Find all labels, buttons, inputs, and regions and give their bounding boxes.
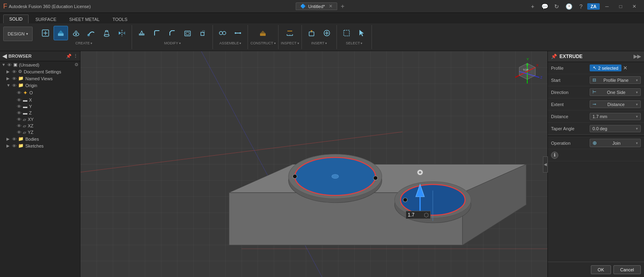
close-btn[interactable]: ✕ [628,0,641,12]
design-button[interactable]: DESIGN ▾ [3,27,33,41]
distance-input-field[interactable] [408,212,424,218]
measure-btn[interactable] [283,26,297,40]
sync-icon-btn[interactable]: ↻ [551,1,562,12]
help-icon-btn[interactable]: ? [575,1,586,12]
eye-x[interactable]: 👁 [17,98,21,102]
assemble-label[interactable]: ASSEMBLE ▾ [219,41,242,45]
tab-close-icon[interactable]: ✕ [329,4,332,9]
profile-selected-badge[interactable]: ↖ 2 selected [590,65,621,71]
create-label[interactable]: CREATE ▾ [75,41,92,45]
browser-item-x[interactable]: ▶ 👁 ▬ X [0,97,80,103]
taper-value-field[interactable]: 0.0 deg ▾ [590,125,641,132]
eye-root[interactable]: 👁 [7,62,12,67]
operation-dropdown[interactable]: ⊕ Join ▾ [590,139,641,147]
panel-expand-icon[interactable]: ▶▶ [634,54,641,59]
assemble-btn1[interactable] [215,26,230,40]
maximize-btn[interactable]: □ [614,0,627,12]
inspect-label[interactable]: INSPECT ▾ [281,41,299,45]
browser-item-origin[interactable]: ▼ 👁 📁 Origin [0,82,80,89]
tab-solid[interactable]: SOLID [3,15,29,23]
browser-collapse-icon[interactable]: ◀ [2,53,7,59]
mirror-btn[interactable] [115,26,129,40]
eye-xz[interactable]: 👁 [17,123,21,128]
eye-bodies[interactable]: 👁 [12,137,17,142]
modify-label[interactable]: MODIFY ▾ [164,41,181,45]
tab-surface[interactable]: SURFACE [29,15,62,23]
extent-value[interactable]: ⊸ Distance ▾ [590,100,641,108]
eye-origin[interactable]: 👁 [12,83,17,88]
panel-collapse-btn[interactable]: ◀ [543,156,548,173]
browser-item-xz[interactable]: ▶ 👁 ▱ XZ [0,123,80,129]
construct-btn1[interactable] [256,26,270,40]
press-pull-btn[interactable] [134,26,149,40]
browser-item-sketches[interactable]: ▶ 👁 📁 Sketches [0,142,80,149]
browser-expand-icon[interactable]: ⋮ [73,54,78,59]
start-value[interactable]: ⊟ Profile Plane ▾ [590,76,641,84]
tab-sheetmetal[interactable]: SHEET METAL [63,15,105,23]
shell-btn[interactable] [180,26,195,40]
user-badge[interactable]: ZA [587,3,600,10]
eye-doc-settings[interactable]: 👁 [12,69,17,74]
browser-item-yz[interactable]: ▶ 👁 ▱ YZ [0,129,80,135]
direction-dropdown[interactable]: ⊢ One Side ▾ [590,88,641,96]
select-label[interactable]: SELECT ▾ [346,41,362,45]
distance-dropdown[interactable]: 1.7 mm ▾ [590,113,641,120]
eye-yz[interactable]: 👁 [17,130,21,135]
loft-btn[interactable] [99,26,114,40]
profile-value[interactable]: ↖ 2 selected ✕ [590,65,641,71]
eye-sketches[interactable]: 👁 [12,144,17,148]
browser-item-y[interactable]: ▶ 👁 ▬ Y [0,103,80,110]
browser-item-xy[interactable]: ▶ 👁 ▱ XY [0,116,80,123]
minimize-btn[interactable]: ─ [601,0,613,12]
insert-btn2[interactable] [320,26,334,40]
chat-icon-btn[interactable]: 💬 [539,1,550,12]
chamfer-btn[interactable] [165,26,180,40]
profile-clear-btn[interactable]: ✕ [623,65,627,71]
eye-o[interactable]: 👁 [17,90,21,95]
eye-y[interactable]: 👁 [17,104,21,109]
eye-z[interactable]: 👁 [17,110,21,115]
assemble-btn2[interactable] [231,26,245,40]
viewcube[interactable]: Y X Z TOP [511,55,543,87]
new-tab-btn[interactable]: + [337,1,348,12]
revolve-btn[interactable] [69,26,83,40]
fillet-btn[interactable] [150,26,164,40]
extrude-btn[interactable] [54,26,68,40]
browser-item-root[interactable]: ▼ 👁 ▣ (Unsaved) ⚙ [0,61,80,68]
start-dropdown[interactable]: ⊟ Profile Plane ▾ [590,76,641,84]
add-icon-btn[interactable]: + [527,1,538,12]
active-tab[interactable]: 🔷 Untitled* ✕ [296,2,337,10]
distance-value-field[interactable]: 1.7 mm ▾ [590,113,641,120]
design-chevron: ▾ [26,32,28,36]
browser-item-bodies[interactable]: ▶ 👁 📁 Bodies [0,135,80,142]
browser-pin-icon[interactable]: 📌 [66,54,72,59]
select-btn1[interactable] [339,26,354,40]
construct-label[interactable]: CONSTRUCT ▾ [250,41,276,45]
panel-pin-icon[interactable]: 📌 [551,54,557,59]
direction-value[interactable]: ⊢ One Side ▾ [590,88,641,96]
distance-input-overlay[interactable]: ⬡ [406,211,431,219]
browser-item-named-views[interactable]: ▶ 👁 📁 Named Views [0,75,80,82]
assemble-arrow: ▾ [239,42,241,45]
new-component-btn[interactable] [38,26,53,40]
taper-dropdown[interactable]: 0.0 deg ▾ [590,125,641,132]
insert-label[interactable]: INSERT ▾ [311,41,327,45]
clock-icon-btn[interactable]: 🕐 [563,1,574,12]
browser-item-o[interactable]: ▶ 👁 ✦ O [0,89,80,97]
ok-button[interactable]: OK [591,265,611,274]
info-button[interactable]: ℹ [551,152,558,159]
operation-value[interactable]: ⊕ Join ▾ [590,139,641,147]
settings-icon[interactable]: ⚙ [74,62,78,67]
browser-item-z[interactable]: ▶ 👁 ▬ Z [0,110,80,116]
cancel-button[interactable]: Cancel [613,265,641,274]
tab-tools[interactable]: TOOLS [106,15,133,23]
sweep-btn[interactable] [84,26,99,40]
browser-item-doc-settings[interactable]: ▶ 👁 ⚙ Document Settings [0,68,80,75]
eye-named-views[interactable]: 👁 [12,76,17,81]
scale-btn[interactable] [196,26,210,40]
viewport[interactable]: ⬡ Y X Z TOP [80,51,547,277]
extent-dropdown[interactable]: ⊸ Distance ▾ [590,100,641,108]
insert-btn1[interactable] [304,26,319,40]
select-cursor-btn[interactable] [355,26,369,40]
eye-xy[interactable]: 👁 [17,117,21,122]
